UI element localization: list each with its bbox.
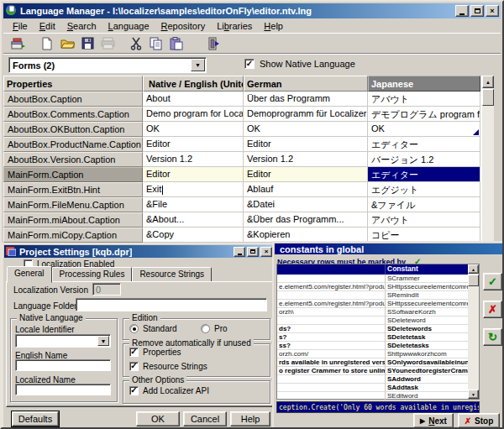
native-cell[interactable]: About [143, 92, 244, 107]
constant-value-cell[interactable]: o register Crammer to store unlimited nu [277, 367, 386, 375]
japanese-cell[interactable]: エディター [368, 137, 480, 152]
constant-name-cell[interactable]: SHttpssecureelementcomregistr [386, 283, 468, 291]
japanese-cell[interactable]: &ファイル [368, 197, 480, 212]
native-cell[interactable]: Demo program for Localize [143, 107, 244, 122]
constant-name-cell[interactable]: SDeletetasks [386, 342, 468, 350]
maximize-button[interactable] [470, 5, 484, 17]
accept-button[interactable]: ✓ [483, 273, 502, 290]
scrollbar-thumb[interactable] [468, 275, 479, 286]
constant-row[interactable]: SAddtask [277, 384, 479, 392]
column-header-properties[interactable]: Properties [3, 76, 143, 92]
constant-name-cell[interactable]: SAddtask [386, 384, 468, 392]
constant-name-cell[interactable]: SYouneedtoregisterCramm [386, 367, 468, 375]
constant-row[interactable]: e.element5.com/register.html?productid=1… [277, 283, 479, 291]
native-cell[interactable]: OK [143, 122, 244, 137]
dialog-close-button[interactable]: × [260, 247, 272, 257]
edition-pro-radio[interactable] [201, 324, 210, 333]
german-cell[interactable]: Über das Programm [244, 92, 368, 107]
german-cell[interactable]: Version 1.2 [244, 152, 368, 167]
minimize-button[interactable] [455, 5, 469, 17]
menu-help[interactable]: Help [258, 20, 289, 32]
tab-processing-rules[interactable]: Processing Rules [52, 267, 133, 282]
english-name-field[interactable] [15, 359, 111, 371]
open-button[interactable] [57, 34, 77, 52]
scroll-up-button[interactable]: ▲ [468, 264, 479, 274]
paste-button[interactable] [166, 34, 186, 52]
new-button[interactable] [37, 34, 57, 52]
german-cell[interactable]: &Über das Programm... [244, 212, 368, 228]
native-cell[interactable]: Version 1.2 [143, 152, 244, 167]
constant-row[interactable]: orzh.com/Shttpwwwkorzhcom [277, 350, 479, 358]
constant-name-cell[interactable]: SHttpssecureelementcomregist [386, 300, 468, 308]
forms-selector[interactable]: Forms (2) ▼ [8, 57, 207, 73]
japanese-cell[interactable]: エグジット [368, 182, 480, 197]
native-cell[interactable]: Exit [143, 182, 244, 197]
next-button[interactable]: ▶ Next [413, 413, 454, 428]
tab-resource-strings[interactable]: Resource Strings [132, 267, 212, 282]
menu-search[interactable]: Search [61, 20, 102, 32]
property-cell[interactable]: AboutBox.Caption [3, 92, 143, 107]
german-cell[interactable]: Editor [244, 137, 368, 152]
dialog-maximize-button[interactable] [247, 247, 259, 257]
constant-value-cell[interactable] [277, 392, 386, 400]
tab-general[interactable]: General [7, 266, 52, 283]
native-cell[interactable]: &Copy [143, 228, 244, 243]
japanese-cell[interactable]: OK [368, 122, 480, 137]
add-localizer-api-checkbox[interactable]: ✓ [129, 386, 139, 395]
german-cell[interactable]: Ablauf [244, 182, 368, 197]
constants-scrollbar[interactable]: ▲ ▼ [468, 264, 479, 399]
property-cell[interactable]: AboutBox.ProductName.Caption [3, 137, 143, 152]
constant-row[interactable]: orzh\SSoftwareKorzh [277, 308, 479, 317]
constant-row[interactable]: s?SDeletetask [277, 333, 479, 342]
japanese-cell[interactable]: バージョン 1.2 [368, 152, 480, 167]
constant-value-cell[interactable]: s? [277, 333, 386, 342]
column-header-value[interactable] [277, 264, 386, 275]
native-cell[interactable]: Editor [143, 137, 244, 152]
constant-name-cell[interactable]: SRemindIt [386, 291, 468, 300]
constant-value-cell[interactable] [277, 275, 386, 283]
constant-name-cell[interactable]: Shttpwwwkorzhcom [386, 350, 468, 358]
constant-value-cell[interactable]: orzh.com/ [277, 350, 386, 358]
constant-name-cell[interactable]: SEditword [386, 392, 468, 400]
japanese-cell[interactable]: デモプログラム program for Lo [368, 107, 480, 122]
constant-name-cell[interactable]: SDeletewords [386, 325, 468, 333]
native-cell[interactable]: &About... [143, 212, 244, 228]
native-cell[interactable]: Editor [143, 167, 244, 182]
cancel-button[interactable]: Cancel [183, 411, 227, 426]
locale-dropdown-button[interactable]: ▼ [97, 336, 109, 346]
constant-value-cell[interactable] [277, 291, 386, 300]
menu-file[interactable]: File [7, 20, 34, 32]
localized-name-field[interactable] [15, 384, 111, 395]
scroll-down-button[interactable]: ▼ [468, 390, 479, 399]
constant-row[interactable]: ds?SDeletewords [277, 325, 479, 333]
native-cell[interactable]: &File [143, 197, 244, 212]
dialog-minimize-button[interactable] [234, 247, 245, 257]
constant-value-cell[interactable]: orzh\ [277, 308, 386, 317]
constant-name-cell[interactable]: SDeletetask [386, 333, 468, 342]
remove-resource-strings-checkbox[interactable]: ✓ [129, 362, 139, 371]
constant-row[interactable]: ss?SDeletetasks [277, 342, 479, 350]
constant-row[interactable]: SCrammer [277, 275, 479, 283]
forms-selector-dropdown-button[interactable]: ▼ [191, 59, 205, 71]
property-cell[interactable]: AboutBox.Version.Caption [3, 152, 143, 167]
edition-standard-radio[interactable] [129, 324, 139, 333]
constant-row[interactable]: SEditword [277, 392, 479, 400]
table-scrollbar[interactable]: ▲ [482, 76, 494, 243]
menu-edit[interactable]: Edit [34, 20, 61, 32]
column-header-native[interactable]: Native / English (Unite [143, 76, 244, 92]
constant-name-cell[interactable]: SCrammer [386, 275, 468, 283]
remove-properties-checkbox[interactable]: ✓ [129, 348, 139, 357]
open-project-button[interactable] [8, 34, 29, 52]
reject-button[interactable]: ✗ [483, 301, 502, 318]
language-folder-field[interactable] [76, 298, 267, 311]
menu-repository[interactable]: Repository [155, 20, 212, 32]
german-cell[interactable]: Demoprogramm für Localizer [244, 107, 368, 122]
german-cell[interactable]: &Datei [244, 197, 368, 212]
constant-name-cell[interactable]: SOnlywordsavailableinunre [386, 358, 468, 367]
constant-value-cell[interactable]: ss? [277, 342, 386, 350]
property-cell[interactable]: MainForm.FileMenu.Caption [3, 197, 143, 212]
property-cell[interactable]: AboutBox.Comments.Caption [3, 107, 143, 122]
german-cell[interactable]: OK [244, 122, 368, 137]
japanese-cell[interactable]: アバウト [368, 92, 480, 107]
constant-row[interactable]: rds available in unregistered version.'S… [277, 358, 479, 367]
